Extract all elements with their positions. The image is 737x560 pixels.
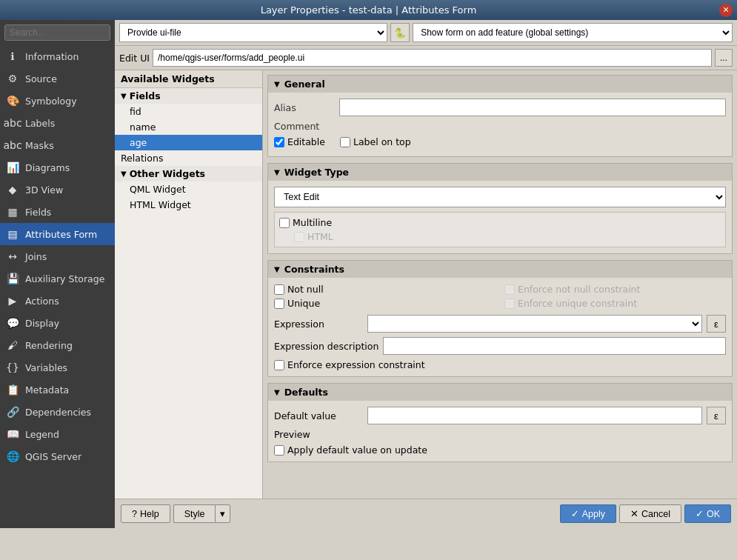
cancel-button[interactable]: ✕ Cancel bbox=[619, 504, 681, 523]
tree-item-fid[interactable]: fid bbox=[115, 104, 262, 119]
sidebar-item-attributes-form[interactable]: ▤Attributes Form bbox=[0, 223, 115, 245]
tree-item-fields[interactable]: ▼Fields bbox=[115, 88, 262, 104]
expression-desc-input[interactable] bbox=[383, 337, 726, 355]
tree-label-fid: fid bbox=[130, 106, 141, 117]
enforce-unique-checkbox-item[interactable]: Enforce unique constraint bbox=[504, 298, 726, 309]
label-on-top-checkbox-item[interactable]: Label on top bbox=[340, 136, 411, 147]
html-checkbox[interactable] bbox=[294, 232, 304, 242]
sidebar-item-legend[interactable]: 📖Legend bbox=[0, 423, 115, 445]
edit-ui-input[interactable] bbox=[153, 49, 712, 67]
joins-icon: ↔ bbox=[6, 250, 19, 263]
attributes-form-icon: ▤ bbox=[6, 227, 19, 241]
search-input[interactable] bbox=[4, 24, 110, 41]
enforce-unique-checkbox[interactable] bbox=[504, 299, 515, 309]
sidebar-label-labels: Labels bbox=[25, 118, 55, 129]
multiline-label: Multiline bbox=[293, 217, 332, 228]
sidebar-item-auxiliary-storage[interactable]: 💾Auxiliary Storage bbox=[0, 267, 115, 290]
apply-default-checkbox[interactable] bbox=[274, 445, 284, 456]
sidebar-item-qgis-server[interactable]: 🌐QGIS Server bbox=[0, 445, 115, 467]
sidebar-item-labels[interactable]: abcLabels bbox=[0, 112, 115, 134]
html-label: HTML bbox=[307, 231, 333, 242]
style-button-group: Style ▾ bbox=[173, 504, 231, 523]
enforce-expr-checkbox-item[interactable]: Enforce expression constraint bbox=[274, 359, 726, 370]
close-button[interactable]: ✕ bbox=[719, 4, 733, 17]
apply-default-checkbox-item[interactable]: Apply default value on update bbox=[274, 444, 726, 456]
tree-item-html-widget[interactable]: HTML Widget bbox=[115, 197, 262, 213]
expression-label: Expression bbox=[274, 319, 363, 330]
tree-label-relations: Relations bbox=[121, 153, 163, 164]
tree-item-age[interactable]: age bbox=[115, 135, 262, 150]
multiline-checkbox-item[interactable]: Multiline bbox=[279, 217, 721, 228]
tree-item-qml-widget[interactable]: QML Widget bbox=[115, 181, 262, 197]
general-section: ▼ General Alias Comment bbox=[267, 75, 733, 157]
comment-row: Comment bbox=[274, 121, 726, 132]
sidebar-label-masks: Masks bbox=[25, 140, 54, 151]
sidebar-item-metadata[interactable]: 📋Metadata bbox=[0, 379, 115, 401]
expression-epsilon-button[interactable]: ε bbox=[707, 315, 726, 333]
sidebar-item-source[interactable]: ⚙Source bbox=[0, 67, 115, 90]
tree-item-other-widgets[interactable]: ▼Other Widgets bbox=[115, 166, 262, 181]
default-epsilon-button[interactable]: ε bbox=[707, 407, 726, 424]
tree-item-relations[interactable]: Relations bbox=[115, 150, 262, 166]
multiline-checkbox[interactable] bbox=[279, 218, 290, 228]
sidebar-label-source: Source bbox=[25, 73, 57, 84]
ui-file-combo[interactable]: Provide ui-file bbox=[119, 23, 387, 42]
cancel-label: Cancel bbox=[641, 509, 670, 519]
enforce-expr-checkbox[interactable] bbox=[274, 360, 284, 370]
sidebar-item-information[interactable]: ℹInformation bbox=[0, 45, 115, 67]
ok-button[interactable]: ✓ OK bbox=[684, 504, 731, 523]
browse-button[interactable]: ... bbox=[715, 49, 733, 67]
defaults-header[interactable]: ▼ Defaults bbox=[268, 384, 732, 401]
sidebar-item-3d-view[interactable]: ◆3D View bbox=[0, 179, 115, 201]
apply-label: Apply bbox=[582, 509, 605, 519]
sidebar-item-display[interactable]: 💬Display bbox=[0, 312, 115, 334]
help-button[interactable]: ? Help bbox=[121, 504, 170, 523]
widget-type-header[interactable]: ▼ Widget Type bbox=[268, 164, 732, 181]
label-on-top-checkbox[interactable] bbox=[340, 137, 350, 147]
search-box bbox=[0, 20, 115, 45]
editable-checkbox[interactable] bbox=[274, 137, 284, 147]
sidebar-item-symbology[interactable]: 🎨Symbology bbox=[0, 90, 115, 112]
sidebar-item-joins[interactable]: ↔Joins bbox=[0, 245, 115, 267]
sidebar-item-diagrams[interactable]: 📊Diagrams bbox=[0, 156, 115, 179]
defaults-section: ▼ Defaults Default value ε Preview bbox=[267, 383, 733, 462]
enforce-not-null-checkbox-item[interactable]: Enforce not null constraint bbox=[504, 284, 726, 295]
apply-button[interactable]: ✓ Apply bbox=[560, 504, 616, 523]
symbology-icon: 🎨 bbox=[6, 94, 19, 107]
comment-label: Comment bbox=[274, 121, 333, 132]
window-title: Layer Properties - test-data | Attribute… bbox=[261, 4, 477, 16]
apply-check-icon: ✓ bbox=[571, 508, 579, 519]
tree-arrow-fields: ▼ bbox=[121, 92, 127, 100]
sidebar-item-fields[interactable]: ▦Fields bbox=[0, 201, 115, 223]
editable-checkbox-item[interactable]: Editable bbox=[274, 136, 325, 147]
sidebar-item-actions[interactable]: ▶Actions bbox=[0, 290, 115, 312]
unique-checkbox-item[interactable]: Unique bbox=[274, 298, 496, 309]
python-button[interactable]: 🐍 bbox=[390, 23, 410, 42]
sidebar-item-variables[interactable]: {}Variables bbox=[0, 356, 115, 379]
alias-input[interactable] bbox=[339, 99, 726, 116]
sidebar-label-auxiliary-storage: Auxiliary Storage bbox=[25, 273, 104, 284]
form-settings-combo[interactable]: Show form on add feature (global setting… bbox=[413, 23, 733, 42]
widget-type-combo[interactable]: Text Edit bbox=[274, 187, 726, 207]
expression-combo[interactable] bbox=[367, 315, 702, 333]
3d-view-icon: ◆ bbox=[6, 183, 19, 196]
default-value-input[interactable] bbox=[367, 407, 702, 424]
style-arrow-button[interactable]: ▾ bbox=[215, 504, 230, 523]
general-section-header[interactable]: ▼ General bbox=[268, 76, 732, 93]
general-arrow-icon: ▼ bbox=[274, 80, 280, 88]
sidebar-item-rendering[interactable]: 🖌Rendering bbox=[0, 334, 115, 356]
style-button[interactable]: Style bbox=[173, 504, 216, 523]
unique-checkbox[interactable] bbox=[274, 299, 284, 309]
masks-icon: abc bbox=[6, 139, 19, 152]
bottom-bar: ? Help Style ▾ ✓ Apply ✕ Cancel ✓ bbox=[115, 499, 737, 528]
expression-desc-row: Expression description bbox=[274, 337, 726, 355]
constraints-header[interactable]: ▼ Constraints bbox=[268, 261, 732, 278]
tree-item-name[interactable]: name bbox=[115, 119, 262, 135]
sidebar-item-dependencies[interactable]: 🔗Dependencies bbox=[0, 401, 115, 423]
not-null-checkbox[interactable] bbox=[274, 284, 284, 295]
tree-label-other-widgets: Other Widgets bbox=[130, 168, 205, 179]
sidebar-item-masks[interactable]: abcMasks bbox=[0, 134, 115, 156]
enforce-not-null-checkbox[interactable] bbox=[504, 284, 515, 295]
not-null-checkbox-item[interactable]: Not null bbox=[274, 284, 496, 295]
html-checkbox-item[interactable]: HTML bbox=[294, 231, 721, 242]
